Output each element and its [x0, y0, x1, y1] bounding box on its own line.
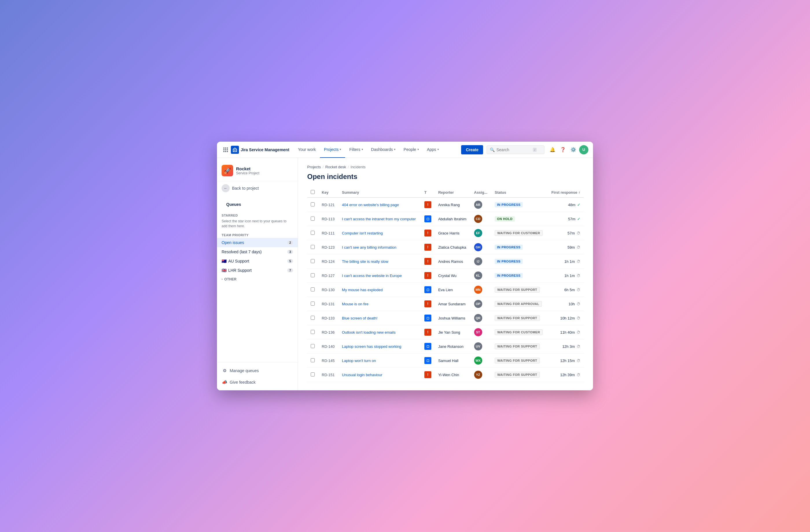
help-button[interactable]: ❓	[558, 145, 568, 154]
row-key[interactable]: RD-136	[318, 325, 338, 339]
row-checkbox-cell[interactable]	[307, 240, 318, 254]
sidebar-item-resolved[interactable]: Resolved (last 7 days) 3	[217, 247, 298, 256]
summary-link[interactable]: Outlook isn't loading new emails	[342, 330, 395, 334]
sidebar-item-au-support[interactable]: 🇦🇺 AU Support 5	[217, 256, 298, 266]
key-link[interactable]: RD-111	[322, 231, 335, 235]
row-key[interactable]: RD-124	[318, 254, 338, 269]
row-key[interactable]: RD-121	[318, 198, 338, 212]
summary-link[interactable]: Computer isn't restarting	[342, 231, 383, 235]
breadcrumb-projects[interactable]: Projects	[307, 165, 321, 169]
other-section[interactable]: › OTHER	[217, 275, 298, 284]
key-link[interactable]: RD-121	[322, 203, 335, 207]
row-checkbox[interactable]	[311, 316, 315, 320]
row-checkbox[interactable]	[311, 344, 315, 348]
row-key[interactable]: RD-140	[318, 339, 338, 354]
key-link[interactable]: RD-123	[322, 245, 335, 250]
key-link[interactable]: RD-140	[322, 344, 335, 349]
key-link[interactable]: RD-127	[322, 273, 335, 278]
row-checkbox[interactable]	[311, 245, 315, 249]
summary-link[interactable]: I can't access the website in Europe	[342, 273, 402, 278]
key-link[interactable]: RD-113	[322, 217, 335, 221]
row-summary[interactable]: Outlook isn't loading new emails	[338, 325, 421, 339]
row-summary[interactable]: I can't access the intranet from my comp…	[338, 212, 421, 226]
header-first-response[interactable]: First response ↑	[547, 188, 584, 198]
row-checkbox-cell[interactable]	[307, 283, 318, 297]
user-avatar[interactable]: U	[579, 145, 588, 154]
row-key[interactable]: RD-145	[318, 354, 338, 368]
nav-projects[interactable]: Projects ▾	[320, 142, 345, 158]
summary-link[interactable]: I can't see any billing information	[342, 245, 396, 250]
row-checkbox[interactable]	[311, 372, 315, 377]
key-link[interactable]: RD-133	[322, 316, 335, 320]
row-key[interactable]: RD-133	[318, 311, 338, 325]
sidebar-item-lhr-support[interactable]: 🇬🇧 LHR Support 7	[217, 266, 298, 275]
row-checkbox[interactable]	[311, 259, 315, 263]
row-checkbox[interactable]	[311, 287, 315, 292]
row-checkbox-cell[interactable]	[307, 368, 318, 382]
grid-menu-icon[interactable]	[222, 146, 230, 154]
row-summary[interactable]: Blue screen of death!	[338, 311, 421, 325]
key-link[interactable]: RD-136	[322, 330, 335, 334]
row-checkbox[interactable]	[311, 330, 315, 334]
sidebar-item-open-issues[interactable]: Open issues 2	[217, 238, 298, 247]
key-link[interactable]: RD-131	[322, 302, 335, 306]
row-summary[interactable]: I can't access the website in Europe	[338, 269, 421, 283]
row-checkbox-cell[interactable]	[307, 354, 318, 368]
summary-link[interactable]: The billing site is really slow	[342, 259, 388, 264]
row-summary[interactable]: Mouse is on fire	[338, 297, 421, 311]
summary-link[interactable]: Mouse is on fire	[342, 302, 369, 306]
row-checkbox-cell[interactable]	[307, 311, 318, 325]
search-box[interactable]: 🔍 /	[487, 146, 545, 154]
row-checkbox-cell[interactable]	[307, 226, 318, 240]
row-checkbox-cell[interactable]	[307, 269, 318, 283]
row-key[interactable]: RD-123	[318, 240, 338, 254]
header-select-all[interactable]	[307, 188, 318, 198]
key-link[interactable]: RD-124	[322, 259, 335, 264]
breadcrumb-rocket-desk[interactable]: Rocket desk	[325, 165, 346, 169]
row-summary[interactable]: Laptop won't turn on	[338, 354, 421, 368]
row-summary[interactable]: 404 error on website's billing page	[338, 198, 421, 212]
create-button[interactable]: Create	[461, 145, 483, 154]
summary-link[interactable]: Unusual login behaviour	[342, 373, 382, 377]
summary-link[interactable]: 404 error on website's billing page	[342, 203, 399, 207]
select-all-checkbox[interactable]	[311, 190, 315, 194]
give-feedback-button[interactable]: 📣 Give feedback	[217, 377, 298, 388]
row-summary[interactable]: My mouse has exploded	[338, 283, 421, 297]
nav-people[interactable]: People ▾	[400, 142, 423, 158]
row-checkbox[interactable]	[311, 358, 315, 362]
row-summary[interactable]: I can't see any billing information	[338, 240, 421, 254]
row-checkbox-cell[interactable]	[307, 325, 318, 339]
row-summary[interactable]: Unusual login behaviour	[338, 368, 421, 382]
row-checkbox[interactable]	[311, 302, 315, 305]
row-key[interactable]: RD-151	[318, 368, 338, 382]
settings-button[interactable]: ⚙️	[569, 145, 578, 154]
summary-link[interactable]: Blue screen of death!	[342, 316, 377, 320]
row-summary[interactable]: Laptop screen has stopped working	[338, 339, 421, 354]
key-link[interactable]: RD-130	[322, 288, 335, 292]
row-key[interactable]: RD-127	[318, 269, 338, 283]
summary-link[interactable]: My mouse has exploded	[342, 288, 383, 292]
row-summary[interactable]: Computer isn't restarting	[338, 226, 421, 240]
row-key[interactable]: RD-111	[318, 226, 338, 240]
row-checkbox-cell[interactable]	[307, 254, 318, 269]
nav-filters[interactable]: Filters ▾	[345, 142, 367, 158]
summary-link[interactable]: Laptop won't turn on	[342, 359, 376, 363]
row-checkbox[interactable]	[311, 202, 315, 206]
row-checkbox-cell[interactable]	[307, 198, 318, 212]
row-key[interactable]: RD-113	[318, 212, 338, 226]
row-checkbox[interactable]	[311, 231, 315, 235]
nav-dashboards[interactable]: Dashboards ▾	[367, 142, 400, 158]
summary-link[interactable]: I can't access the intranet from my comp…	[342, 217, 416, 221]
notifications-button[interactable]: 🔔	[548, 145, 557, 154]
row-checkbox-cell[interactable]	[307, 297, 318, 311]
key-link[interactable]: RD-145	[322, 359, 335, 363]
row-key[interactable]: RD-130	[318, 283, 338, 297]
row-checkbox[interactable]	[311, 217, 315, 221]
back-to-project-button[interactable]: ← Back to project	[217, 181, 298, 195]
search-input[interactable]	[497, 148, 531, 152]
app-logo[interactable]: Jira Service Management	[231, 146, 289, 154]
summary-link[interactable]: Laptop screen has stopped working	[342, 344, 401, 349]
nav-apps[interactable]: Apps ▾	[423, 142, 443, 158]
nav-your-work[interactable]: Your work	[294, 142, 320, 158]
row-key[interactable]: RD-131	[318, 297, 338, 311]
